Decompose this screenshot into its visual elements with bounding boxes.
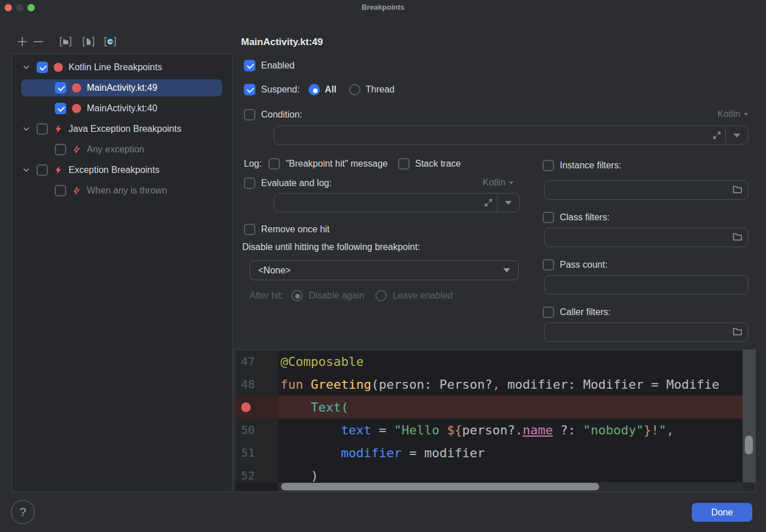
code-token: name: [523, 423, 553, 437]
line-number: 51: [235, 441, 278, 464]
vertical-scrollbar-thumb[interactable]: [745, 436, 753, 454]
group-by-package-button[interactable]: [58, 35, 73, 49]
stack-trace-checkbox[interactable]: [398, 158, 410, 170]
class-filters-checkbox[interactable]: [543, 212, 554, 223]
expand-editor-icon[interactable]: [712, 131, 721, 140]
enabled-checkbox[interactable]: [244, 60, 255, 71]
suspend-all-radio[interactable]: [308, 84, 320, 95]
tree-item-java-exception-breakpoints[interactable]: Java Exception Breakpoints: [12, 119, 232, 139]
tree-item-label: Exception Breakpoints: [69, 165, 159, 175]
caller-filters-checkbox[interactable]: [543, 307, 554, 318]
pass-count-checkbox[interactable]: [543, 259, 554, 271]
window-title: Breakpoints: [0, 3, 766, 11]
instance-filters-checkbox[interactable]: [543, 160, 554, 171]
checkbox[interactable]: [37, 62, 48, 73]
condition-checkbox[interactable]: [244, 109, 255, 120]
tree-item-label: MainActivity.kt:49: [87, 83, 157, 93]
code-line-50: 50 text = "Hello ${person?.name ?: "nobo…: [235, 418, 743, 441]
after-hit-row: After hit: Disable again Leave enabled: [250, 288, 453, 303]
condition-input[interactable]: [274, 126, 748, 145]
line-number: 48: [235, 373, 278, 396]
caller-filters-row: Caller filters:: [543, 305, 611, 320]
caller-filters-input[interactable]: [544, 323, 748, 342]
folder-icon[interactable]: [732, 185, 743, 194]
group-by-package-icon: [59, 36, 73, 47]
chevron-down-icon: [509, 182, 514, 184]
pass-count-input[interactable]: [544, 275, 748, 295]
remove-breakpoint-button[interactable]: [31, 35, 46, 49]
tree-item-label: Any exception: [87, 144, 145, 155]
log-message-checkbox[interactable]: [268, 158, 280, 170]
instance-filters-row: Instance filters:: [543, 158, 621, 173]
group-by-class-button[interactable]: [103, 35, 118, 49]
tree-item-any-exception[interactable]: Any exception: [12, 139, 232, 160]
breakpoint-gutter: [235, 396, 278, 418]
chevron-down-icon: [505, 201, 512, 205]
code-lines: 47 @Composable 48 fun Greeting(person: P…: [235, 350, 743, 483]
tree-item-kotlin-line-breakpoints[interactable]: Kotlin Line Breakpoints: [12, 57, 232, 78]
group-by-file-button[interactable]: [81, 35, 96, 49]
horizontal-scrollbar-thumb[interactable]: [281, 483, 599, 490]
chevron-down-icon[interactable]: [21, 62, 32, 73]
code-token: text: [341, 423, 371, 437]
done-button[interactable]: Done: [692, 503, 752, 522]
suspend-checkbox[interactable]: [244, 84, 255, 95]
disable-again-radio[interactable]: [291, 290, 303, 301]
help-button[interactable]: ?: [11, 500, 35, 524]
chevron-down-icon[interactable]: [21, 123, 32, 135]
tree-item-mainactivity-40[interactable]: MainActivity.kt:40: [12, 98, 232, 119]
tree-item-label: MainActivity.kt:40: [87, 103, 157, 114]
caller-filters-label: Caller filters:: [560, 307, 611, 317]
condition-language-value: Kotlin: [717, 109, 740, 119]
remove-once-hit-label: Remove once hit: [261, 224, 330, 235]
vertical-scrollbar[interactable]: [743, 350, 755, 483]
folder-icon[interactable]: [732, 327, 743, 336]
checkbox[interactable]: [37, 164, 48, 176]
checkbox[interactable]: [55, 103, 66, 114]
line-number: 52: [235, 464, 278, 483]
tree-item-label: Java Exception Breakpoints: [69, 124, 181, 134]
horizontal-scrollbar[interactable]: [278, 482, 743, 491]
checkbox[interactable]: [55, 82, 66, 94]
breakpoint-dot-icon: [241, 402, 251, 412]
remove-once-hit-row: Remove once hit: [244, 222, 330, 237]
checkbox[interactable]: [55, 185, 66, 196]
evaluate-checkbox[interactable]: [244, 178, 255, 189]
condition-language-selector[interactable]: Kotlin: [717, 109, 748, 119]
code-token: fun: [280, 377, 311, 392]
expand-editor-icon[interactable]: [484, 198, 493, 207]
code-token: @Composable: [280, 354, 364, 369]
class-filters-input[interactable]: [544, 228, 748, 247]
tree-item-label: When any is thrown: [87, 186, 167, 196]
chevron-down-icon[interactable]: [21, 164, 32, 176]
evaluate-history-dropdown[interactable]: [498, 194, 519, 212]
checkbox[interactable]: [37, 123, 48, 135]
tree-item-mainactivity-49[interactable]: MainActivity.kt:49: [12, 78, 232, 98]
tree-item-when-any-is-thrown[interactable]: When any is thrown: [12, 180, 232, 201]
code-token: ${: [447, 423, 462, 437]
tree-item-exception-breakpoints[interactable]: Exception Breakpoints: [12, 160, 232, 180]
done-button-label: Done: [711, 507, 733, 518]
code-line-51: 51 modifier = modifier: [235, 441, 743, 464]
group-by-file-icon: [82, 36, 95, 47]
suspend-thread-radio[interactable]: [349, 84, 360, 95]
add-breakpoint-button[interactable]: [15, 35, 30, 49]
folder-icon[interactable]: [732, 232, 743, 241]
evaluate-row: Evaluate and log:: [244, 176, 332, 191]
code-line-49-breakpoint: Text(: [235, 396, 743, 418]
leave-enabled-radio[interactable]: [375, 290, 387, 301]
suspend-label: Suspend:: [261, 84, 300, 95]
instance-filters-input[interactable]: [544, 180, 748, 200]
tree-item-label: Kotlin Line Breakpoints: [69, 62, 162, 72]
disable-until-combo[interactable]: <None>: [250, 260, 519, 280]
evaluate-language-selector[interactable]: Kotlin: [483, 178, 514, 188]
remove-once-hit-checkbox[interactable]: [244, 224, 255, 235]
condition-history-dropdown[interactable]: [726, 126, 748, 144]
pass-count-label: Pass count:: [560, 260, 608, 270]
disable-until-value: <None>: [258, 265, 503, 276]
code-token: ): [280, 469, 318, 483]
chevron-down-icon: [733, 134, 740, 138]
suspend-thread-label: Thread: [366, 84, 395, 95]
evaluate-input[interactable]: [274, 193, 520, 212]
checkbox[interactable]: [55, 144, 66, 155]
